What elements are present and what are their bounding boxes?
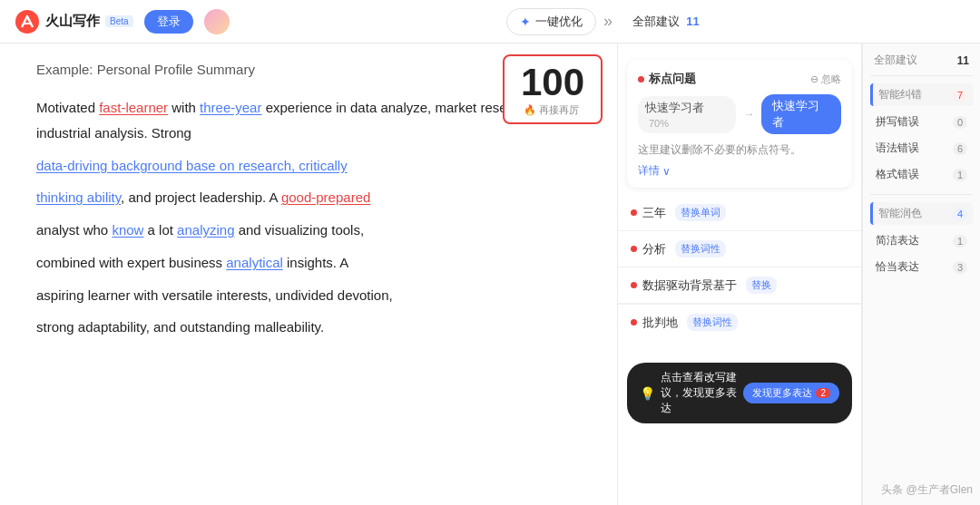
mini-label-3: 数据驱动背景基于 — [642, 277, 737, 294]
star-icon: ✦ — [520, 15, 531, 29]
mini-label-2: 分析 — [642, 241, 666, 257]
mini-badge-2: 替换词性 — [675, 240, 726, 257]
highlight-know: know — [112, 222, 143, 238]
suggestion-header: 标点问题 ⊖ 忽略 — [638, 71, 841, 87]
svg-point-0 — [15, 10, 39, 34]
sidebar-item-appropriate[interactable]: 恰当表达 3 — [870, 255, 973, 279]
mini-suggestion-2[interactable]: 分析 替换词性 — [618, 231, 861, 267]
dismiss-label: 忽略 — [821, 73, 841, 86]
word-original-text: 快速学习者 — [645, 101, 704, 114]
more-button[interactable]: » — [603, 12, 611, 31]
score-box: 100 🔥再接再厉 — [503, 54, 603, 124]
sidebar-divider-2 — [870, 194, 973, 195]
score-text: 再接再厉 — [539, 104, 579, 115]
watermark: 头条 @生产者Glen — [881, 482, 973, 498]
suggestions-count-label: 全部建议 11 — [632, 14, 700, 30]
topbar-center: ✦ 一键优化 » 全部建议 11 — [240, 8, 965, 35]
chevron-icon: ∨ — [662, 165, 671, 178]
highlight-thinking: thinking ability — [36, 189, 121, 205]
highlight-analytical: analytical — [226, 255, 283, 270]
discover-count: 2 — [816, 388, 830, 398]
suggestions-text: 全部建议 — [632, 15, 680, 28]
middle-panel: 标点问题 ⊖ 忽略 快速学习者 70% → 快速学习者 这里建议删除不必要的标点… — [617, 44, 862, 505]
dot-red-3 — [631, 246, 637, 252]
dismiss-button[interactable]: ⊖ 忽略 — [810, 73, 841, 86]
right-sidebar: 全部建议 11 智能纠错 7 拼写错误 0 语法错误 6 格式错误 1 智能润色… — [862, 44, 980, 505]
sidebar-section-intelligence: 智能纠错 7 — [870, 83, 973, 106]
dot-red-4 — [631, 282, 637, 288]
detail-text: 详情 — [638, 163, 660, 179]
logo-text: 火山写作 — [45, 13, 100, 30]
word-score: 70% — [649, 118, 669, 129]
score-icon: 🔥 — [524, 104, 536, 115]
sidebar-divider-1 — [870, 75, 973, 76]
dot-red-5 — [631, 319, 637, 325]
main: Example: Personal Profile Summary 100 🔥再… — [0, 44, 980, 505]
highlight-three-year: three-year — [200, 100, 261, 115]
beta-badge: Beta — [105, 15, 133, 27]
sidebar-section-polish: 智能润色 4 — [870, 202, 973, 225]
logo-icon — [15, 9, 40, 34]
highlight-analyzing: analyzing — [177, 222, 234, 238]
mini-suggestion-bottom[interactable]: 批判地 替换词性 — [618, 304, 861, 340]
bulb-icon: 💡 — [640, 386, 655, 401]
sidebar-item-concise[interactable]: 简洁表达 1 — [870, 228, 973, 253]
mini-suggestion-3[interactable]: 数据驱动背景基于 替换 — [618, 267, 861, 304]
tooltip-text: 点击查看改写建议，发现更多表达 — [661, 370, 738, 416]
logo-area: 火山写作 Beta — [15, 9, 133, 34]
word-original: 快速学习者 70% — [638, 96, 736, 133]
suggestion-type: 标点问题 — [638, 71, 696, 87]
sidebar-item-grammar[interactable]: 语法错误 6 — [870, 136, 973, 160]
mini-badge-3: 替换 — [746, 277, 777, 294]
mini-label-1: 三年 — [642, 205, 666, 221]
tooltip-banner: 💡 点击查看改写建议，发现更多表达 发现更多表达 2 — [627, 363, 852, 423]
suggestions-number: 11 — [686, 15, 699, 28]
detail-link[interactable]: 详情 ∨ — [638, 163, 841, 179]
sidebar-item-spelling[interactable]: 拼写错误 0 — [870, 110, 973, 134]
login-button[interactable]: 登录 — [144, 10, 193, 34]
word-row: 快速学习者 70% → 快速学习者 — [638, 94, 841, 134]
highlight-fast-learner: fast-learner — [99, 100, 168, 115]
arrow-icon: → — [743, 108, 754, 121]
suggestion-desc: 这里建议删除不必要的标点符号。 — [638, 141, 841, 158]
suggestion-type-label: 标点问题 — [649, 71, 696, 87]
dot-red — [638, 76, 644, 83]
word-replace[interactable]: 快速学习者 — [761, 94, 841, 134]
mini-badge-1: 替换单词 — [675, 204, 726, 221]
avatar — [204, 9, 230, 34]
score-value: 100 — [514, 63, 592, 102]
mini-suggestion-1[interactable]: 三年 替换单词 — [618, 195, 861, 231]
optimize-button[interactable]: ✦ 一键优化 — [506, 8, 596, 35]
highlight-data-driving: data-driving background base on research… — [36, 158, 348, 173]
mini-label-bottom: 批判地 — [642, 315, 678, 331]
mini-badge-bottom: 替换词性 — [687, 314, 738, 331]
highlight-good-prepared: good-prepared — [281, 189, 370, 205]
doc-content: Motivated fast-learner with three-year e… — [36, 95, 588, 340]
score-subtitle: 🔥再接再厉 — [514, 103, 592, 117]
discover-button[interactable]: 发现更多表达 2 — [743, 383, 839, 403]
sidebar-item-format[interactable]: 格式错误 1 — [870, 162, 973, 187]
sidebar-all-label: 全部建议 11 — [870, 53, 973, 68]
dot-red-2 — [631, 209, 637, 216]
circle-icon: ⊖ — [810, 73, 818, 85]
optimize-label: 一键优化 — [535, 14, 583, 30]
editor-area: Example: Personal Profile Summary 100 🔥再… — [0, 44, 617, 505]
discover-label: 发现更多表达 — [752, 386, 812, 400]
topbar: 火山写作 Beta 登录 ✦ 一键优化 » 全部建议 11 — [0, 0, 980, 44]
suggestion-card: 标点问题 ⊖ 忽略 快速学习者 70% → 快速学习者 这里建议删除不必要的标点… — [627, 60, 852, 188]
